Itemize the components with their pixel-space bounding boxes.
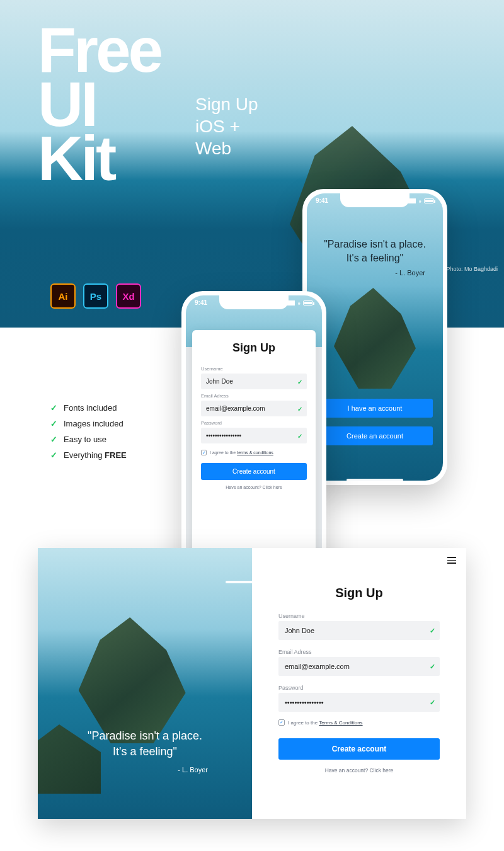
email-label: Email Adress (201, 393, 307, 399)
username-input[interactable] (201, 374, 307, 389)
feature-label: Fonts included (64, 403, 117, 413)
password-input[interactable] (278, 693, 440, 712)
terms-checkbox[interactable]: ✓ (278, 719, 285, 726)
phone-screen: 9:41 ⬨ "Paradise isn't a place. It's a f… (307, 193, 443, 481)
email-label: Email Adress (278, 649, 440, 655)
terms-checkbox[interactable]: ✓ (201, 450, 207, 455)
features-list: ✓Fonts included ✓Images included ✓Easy t… (50, 403, 127, 466)
status-time: 9:41 (195, 299, 207, 306)
photoshop-icon: Ps (83, 283, 108, 309)
email-input[interactable] (278, 657, 440, 676)
photo-credit: Photo: Mo Baghdadi (446, 266, 498, 272)
check-icon: ✓ (297, 432, 302, 439)
check-icon: ✓ (430, 627, 435, 635)
username-label: Username (278, 613, 440, 619)
already-have-account-link[interactable]: Have an account? Click here (278, 767, 440, 774)
username-input[interactable] (278, 621, 440, 640)
web-hero-pane: "Paradise isn't a place. It's a feeling"… (38, 548, 252, 819)
web-mockup: "Paradise isn't a place. It's a feeling"… (38, 548, 466, 819)
phone-mockup-signup: 9:41 ⬨ Sign Up Username ✓ Email Adress ✓ (181, 291, 326, 587)
wifi-icon: ⬨ (297, 300, 301, 306)
battery-icon (424, 198, 434, 203)
submit-create-account-button[interactable]: Create account (278, 738, 440, 760)
have-account-button[interactable]: I have an account (317, 399, 433, 418)
quote-line: "Paradise isn't a place. (307, 237, 443, 251)
quote-author: - L. Boyer (178, 766, 208, 774)
check-icon: ✓ (430, 663, 435, 671)
terms-row: ✓ I agree to the Terms & Conditions (278, 719, 440, 726)
password-input[interactable] (201, 428, 307, 443)
rock-illustration (79, 617, 186, 743)
menu-icon[interactable] (447, 557, 456, 564)
hero-title: Free UI Kit (38, 23, 161, 185)
password-label: Password (278, 685, 440, 691)
quote-line: It's a feeling" (307, 251, 443, 265)
feature-label: Easy to use (64, 435, 106, 444)
feature-item: ✓Images included (50, 419, 127, 428)
hero-subtitle: Sign Up iOS + Web (195, 93, 258, 159)
home-indicator (226, 581, 282, 583)
app-badges: Ai Ps Xd (50, 283, 141, 309)
feature-label: Everything FREE (64, 450, 127, 460)
signup-title: Sign Up (278, 586, 440, 600)
username-label: Username (201, 366, 307, 372)
feature-item: ✓Easy to use (50, 435, 127, 444)
signup-card: Sign Up Username ✓ Email Adress ✓ Passwo… (192, 330, 316, 564)
status-icons: ⬨ (287, 299, 313, 306)
terms-link[interactable]: Terms & Conditions (319, 720, 362, 726)
hero-subtitle-line: Sign Up (195, 93, 258, 115)
phone-notch (340, 193, 410, 207)
hero-subtitle-line: Web (195, 137, 258, 159)
phone-notch (219, 295, 289, 309)
terms-text: I agree to the terms & conditions (210, 450, 273, 455)
signup-title: Sign Up (201, 341, 307, 355)
web-quote: "Paradise isn't a place. It's a feeling" (38, 728, 252, 759)
status-icons: ⬨ (408, 197, 434, 204)
feature-item: ✓Everything FREE (50, 450, 127, 460)
check-icon: ✓ (50, 419, 57, 428)
check-icon: ✓ (297, 405, 302, 412)
email-input[interactable] (201, 401, 307, 416)
home-indicator (346, 479, 403, 481)
quote-author: - L. Boyer (307, 268, 443, 278)
hero-subtitle-line: iOS + (195, 115, 258, 137)
rock-illustration (334, 288, 416, 389)
quote-line: "Paradise isn't a place. (38, 728, 252, 743)
check-icon: ✓ (50, 450, 57, 460)
check-icon: ✓ (50, 435, 57, 444)
check-icon: ✓ (430, 699, 435, 707)
already-have-account-link[interactable]: Have an account? Click here (201, 485, 307, 489)
web-form-pane: Sign Up Username ✓ Email Adress ✓ Passwo… (252, 548, 466, 819)
password-label: Password (201, 420, 307, 426)
hero-title-line: Kit (38, 131, 161, 185)
check-icon: ✓ (297, 378, 302, 385)
create-account-button[interactable]: Create an account (317, 426, 433, 445)
terms-text: I agree to the Terms & Conditions (288, 720, 363, 726)
check-icon: ✓ (50, 403, 57, 413)
quote-line: It's a feeling" (38, 744, 252, 759)
feature-item: ✓Fonts included (50, 403, 127, 413)
illustrator-icon: Ai (50, 283, 76, 309)
terms-row: ✓ I agree to the terms & conditions (201, 450, 307, 455)
submit-create-account-button[interactable]: Create account (201, 463, 307, 480)
status-time: 9:41 (316, 197, 328, 204)
battery-icon (303, 300, 313, 306)
terms-link[interactable]: terms & conditions (237, 450, 273, 455)
wifi-icon: ⬨ (418, 198, 421, 204)
feature-label: Images included (64, 419, 123, 428)
phone-screen: 9:41 ⬨ Sign Up Username ✓ Email Adress ✓ (186, 295, 322, 583)
welcome-quote: "Paradise isn't a place. It's a feeling"… (307, 237, 443, 278)
xd-icon: Xd (116, 283, 141, 309)
